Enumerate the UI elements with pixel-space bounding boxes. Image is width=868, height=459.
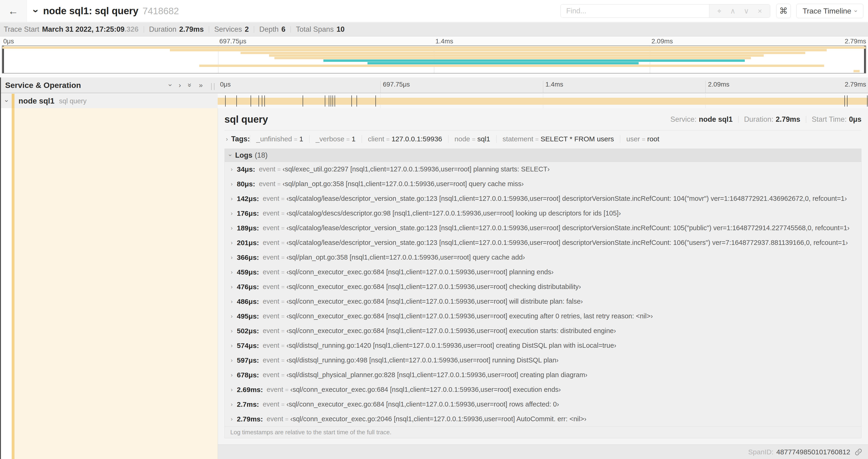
log-row[interactable]: ›34μs:event=‹sql/exec_util.go:2297 [nsql… bbox=[225, 162, 861, 176]
log-chevron-icon[interactable]: › bbox=[231, 357, 232, 364]
log-row[interactable]: ›176μs:event=‹sql/catalog/descs/descript… bbox=[225, 206, 861, 221]
log-row[interactable]: ›574μs:event=‹sql/distsql_running.go:142… bbox=[225, 338, 861, 353]
logs-note: Log timestamps are relative to the start… bbox=[225, 426, 861, 438]
tag-key: node bbox=[455, 135, 470, 143]
span-detail-header: sql query Service: node sql1 Duration: 2… bbox=[224, 108, 862, 125]
log-chevron-icon[interactable]: › bbox=[231, 372, 232, 378]
log-row[interactable]: ›597μs:event=‹sql/distsql_running.go:498… bbox=[225, 353, 861, 368]
span-row-label-cell[interactable]: › node sql1 sql query bbox=[0, 94, 218, 108]
log-field-name: event bbox=[263, 356, 279, 364]
back-button[interactable]: ← bbox=[0, 0, 27, 22]
log-event-tick bbox=[236, 95, 237, 107]
log-chevron-icon[interactable]: › bbox=[231, 298, 232, 305]
find-input[interactable] bbox=[561, 4, 709, 18]
find-group: ⌖ ∧ ∨ × bbox=[560, 4, 770, 18]
view-selector-dropdown[interactable]: Trace Timeline › bbox=[796, 4, 863, 18]
log-field-value: ‹sql/catalog/lease/descriptor_version_st… bbox=[286, 239, 848, 246]
back-arrow-icon: ← bbox=[8, 5, 19, 17]
span-row[interactable]: › node sql1 sql query bbox=[0, 94, 868, 108]
collapse-trace-chevron-icon[interactable]: › bbox=[31, 9, 41, 13]
log-equals: = bbox=[279, 328, 286, 334]
log-chevron-icon[interactable]: › bbox=[231, 387, 232, 393]
log-chevron-icon[interactable]: › bbox=[231, 225, 232, 231]
collapse-all-icon[interactable]: » bbox=[186, 83, 193, 87]
timeline-tick-label: 2.79ms bbox=[842, 81, 866, 93]
timeline-ticks-header: 0μs697.75μs1.4ms2.09ms2.79ms bbox=[218, 77, 868, 93]
overview-span-bar bbox=[368, 62, 639, 64]
overview-span-bar bbox=[269, 54, 764, 57]
span-row-track[interactable] bbox=[218, 94, 868, 108]
span-collapse-chevron-icon[interactable]: › bbox=[3, 100, 10, 102]
log-message: event=‹sql/catalog/lease/descriptor_vers… bbox=[263, 239, 848, 247]
tag-value: sql1 bbox=[477, 135, 490, 143]
log-chevron-icon[interactable]: › bbox=[231, 401, 232, 408]
collapse-one-icon[interactable]: › bbox=[167, 84, 174, 86]
log-message: event=‹sql/conn_executor_exec.go:684 [ns… bbox=[263, 268, 554, 276]
log-chevron-icon[interactable]: › bbox=[231, 166, 232, 173]
tag-key: _verbose bbox=[315, 135, 344, 143]
page-title: node sql1: sql query bbox=[43, 5, 138, 17]
log-chevron-icon[interactable]: › bbox=[231, 284, 232, 290]
log-row[interactable]: ›366μs:event=‹sql/plan_opt.go:358 [nsql1… bbox=[225, 250, 861, 265]
deep-link-icon[interactable] bbox=[855, 448, 862, 456]
services-label: Services bbox=[214, 25, 242, 34]
total-spans-value: 10 bbox=[337, 25, 344, 34]
span-duration-bar[interactable] bbox=[218, 98, 868, 105]
expand-one-icon[interactable]: › bbox=[179, 81, 181, 89]
clear-find-icon[interactable]: × bbox=[753, 7, 767, 15]
viewport-left-handle[interactable] bbox=[2, 46, 4, 73]
log-row[interactable]: ›2.7ms:event=‹sql/conn_executor_exec.go:… bbox=[225, 397, 861, 412]
span-color-accent-bar bbox=[12, 108, 14, 459]
log-chevron-icon[interactable]: › bbox=[231, 254, 232, 261]
log-chevron-icon[interactable]: › bbox=[231, 195, 232, 202]
log-row[interactable]: ›459μs:event=‹sql/conn_executor_exec.go:… bbox=[225, 265, 861, 280]
log-event-tick bbox=[225, 95, 226, 107]
tags-row[interactable]: › Tags: _unfinished=1_verbose=1client=12… bbox=[224, 132, 862, 146]
expand-all-icon[interactable]: » bbox=[199, 81, 203, 89]
meta-separator bbox=[738, 116, 739, 123]
log-timestamp: 597μs: bbox=[237, 356, 259, 364]
log-row[interactable]: ›201μs:event=‹sql/catalog/lease/descript… bbox=[225, 235, 861, 250]
logs-header[interactable]: › Logs (18) bbox=[225, 149, 861, 162]
log-equals: = bbox=[279, 210, 286, 217]
log-row[interactable]: ›476μs:event=‹sql/conn_executor_exec.go:… bbox=[225, 280, 861, 294]
service-operation-header: Service & Operation › › » » bbox=[0, 77, 218, 93]
column-resizer[interactable] bbox=[211, 83, 214, 90]
log-field-value: ‹sql/conn_executor_exec.go:684 [nsql1,cl… bbox=[286, 327, 616, 334]
keyboard-shortcuts-button[interactable]: ⌘ bbox=[776, 4, 791, 18]
log-chevron-icon[interactable]: › bbox=[231, 239, 232, 246]
log-row[interactable]: ›678μs:event=‹sql/distsql_physical_plann… bbox=[225, 368, 861, 382]
prev-match-icon[interactable]: ∧ bbox=[726, 6, 740, 15]
log-row[interactable]: ›80μs:event=‹sql/plan_opt.go:358 [nsql1,… bbox=[225, 176, 861, 191]
log-row[interactable]: ›189μs:event=‹sql/catalog/lease/descript… bbox=[225, 221, 861, 235]
log-message: event=‹sql/exec_util.go:2297 [nsql1,clie… bbox=[259, 165, 550, 173]
log-field-value: ‹sql/conn_executor_exec.go:684 [nsql1,cl… bbox=[286, 312, 653, 320]
log-row[interactable]: ›502μs:event=‹sql/conn_executor_exec.go:… bbox=[225, 324, 861, 338]
overview-span-bar bbox=[854, 70, 860, 72]
log-row[interactable]: ›2.69ms:event=‹sql/conn_executor_exec.go… bbox=[225, 382, 861, 397]
overview-minimap-canvas[interactable] bbox=[2, 45, 866, 73]
log-row[interactable]: ›486μs:event=‹sql/conn_executor_exec.go:… bbox=[225, 294, 861, 309]
tag-key: client bbox=[368, 135, 384, 143]
log-row[interactable]: ›2.79ms:event=‹sql/conn_executor_exec.go… bbox=[225, 412, 861, 426]
log-chevron-icon[interactable]: › bbox=[231, 313, 232, 320]
left-scrollbar[interactable] bbox=[0, 77, 1, 459]
log-row[interactable]: ›495μs:event=‹sql/conn_executor_exec.go:… bbox=[225, 309, 861, 324]
log-chevron-icon[interactable]: › bbox=[231, 342, 232, 349]
log-chevron-icon[interactable]: › bbox=[231, 181, 232, 187]
log-event-tick bbox=[356, 95, 357, 107]
span-detail-meta: Service: node sql1 Duration: 2.79ms Star… bbox=[670, 115, 862, 124]
log-field-name: event bbox=[263, 195, 279, 202]
log-chevron-icon[interactable]: › bbox=[231, 416, 232, 422]
log-chevron-icon[interactable]: › bbox=[231, 328, 232, 334]
log-chevron-icon[interactable]: › bbox=[231, 210, 232, 217]
log-row[interactable]: ›142μs:event=‹sql/catalog/lease/descript… bbox=[225, 191, 861, 206]
logs-label: Logs bbox=[235, 151, 252, 160]
locate-icon[interactable]: ⌖ bbox=[713, 7, 726, 15]
log-equals: = bbox=[279, 225, 286, 231]
next-match-icon[interactable]: ∨ bbox=[740, 6, 753, 15]
viewport-right-handle[interactable] bbox=[864, 46, 866, 73]
log-chevron-icon[interactable]: › bbox=[231, 269, 232, 275]
timeline-tick-label: 0μs bbox=[218, 81, 231, 93]
log-field-value: ‹sql/plan_opt.go:358 [nsql1,client=127.0… bbox=[286, 254, 525, 261]
